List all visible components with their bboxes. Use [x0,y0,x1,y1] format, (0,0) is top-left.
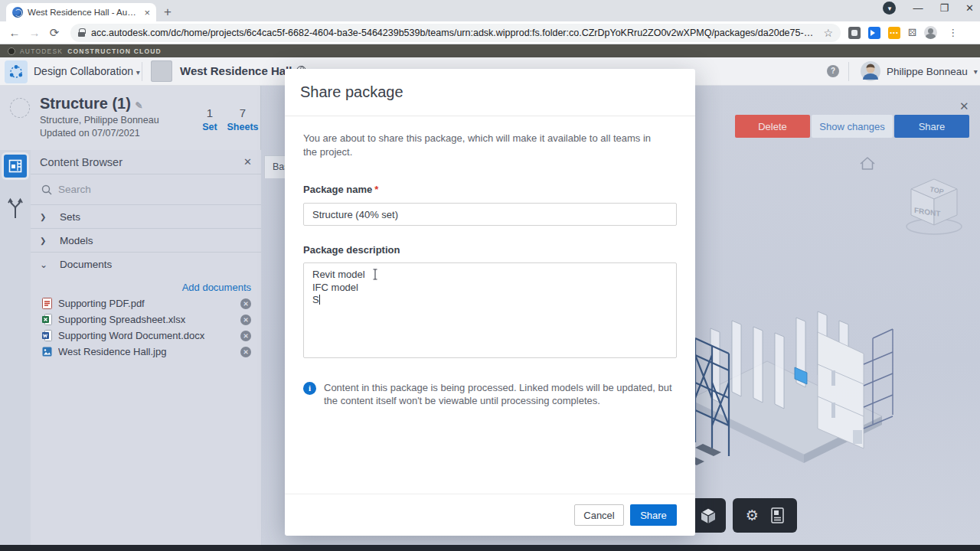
3d-structure-model[interactable] [689,285,913,478]
lock-icon [78,28,85,37]
project-thumbnail [151,60,172,82]
content-browser-tool-icon[interactable] [4,155,27,178]
cube-tool-icon[interactable] [699,507,717,525]
new-tab-button[interactable]: + [164,5,172,20]
forward-button[interactable]: → [24,26,44,39]
autodesk-logo-icon [8,47,15,55]
info-icon: i [303,382,316,395]
user-avatar [861,61,880,81]
user-name: Philippe Bonneau [887,66,968,77]
brand-text-bold: CONSTRUCTION CLOUD [67,47,162,55]
browser-toolbar: ← → ⟳ acc.autodesk.com/dc/home/projects/… [0,21,980,44]
stat-sets[interactable]: 1 Set [198,106,222,132]
browser-tabstrip: West Residence Hall - Autodesk × + ▾ — ❐… [0,0,980,21]
chevron-right-icon: ❯ [40,236,47,245]
extension-icon-2[interactable] [868,27,880,39]
content-browser-panel: Content Browser ✕ Search ❯ Sets ❯ Models… [31,150,261,545]
bottom-strip [0,545,980,551]
sheet-panel-icon[interactable] [771,507,784,523]
document-row[interactable]: Supporting PDF.pdf ✕ [31,295,261,311]
compare-fork-icon[interactable] [8,197,23,222]
team-avatar-placeholder [10,98,30,118]
chevron-down-icon: ⌄ [40,259,47,270]
package-name-input[interactable] [303,203,677,226]
search-input[interactable]: Search [31,174,261,205]
package-description-label: Package description [303,244,677,256]
team-updated: Updated on 07/07/2021 [40,128,140,139]
content-browser-close-icon[interactable]: ✕ [243,156,252,168]
viewport-toolbar-2: ⚙ [733,498,797,533]
xlsx-file-icon [42,314,52,325]
search-icon [41,184,52,195]
extensions-puzzle-icon[interactable]: ⚄ [908,27,916,38]
window-maximize-button[interactable]: ❐ [939,2,949,14]
tool-rail [0,150,31,545]
processing-info: i Content in this package is being proce… [303,382,675,408]
jpg-file-icon [42,346,52,357]
text-caret [319,295,321,305]
address-bar[interactable]: acc.autodesk.com/dc/home/projects/6c4cac… [70,24,841,42]
viewport-toolbar [691,498,726,533]
product-caret-icon: ▾ [136,68,140,77]
processing-info-text: Content in this package is being process… [324,382,675,408]
brand-text: AUTODESK [20,47,63,55]
share-button[interactable]: Share [630,504,677,526]
add-documents-link[interactable]: Add documents [182,282,251,293]
section-sets[interactable]: ❯ Sets [31,205,261,229]
dialog-intro-text: You are about to share this package, whi… [303,132,663,158]
document-row[interactable]: Supporting Spreadsheet.xlsx ✕ [31,311,261,328]
pdf-file-icon [42,298,52,309]
site-favicon [12,7,23,18]
cancel-button[interactable]: Cancel [574,504,624,526]
document-row[interactable]: West Residence Hall.jpg ✕ [31,344,261,360]
window-minimize-button[interactable]: — [913,2,923,14]
document-row[interactable]: Supporting Word Document.docx ✕ [31,328,261,344]
edit-title-icon[interactable]: ✎ [135,100,142,111]
team-title: Structure (1) ✎ [40,95,143,112]
docx-file-icon [42,330,52,341]
bookmark-star-icon[interactable]: ☆ [823,27,833,39]
browser-tab[interactable]: West Residence Hall - Autodesk × [6,3,156,21]
dialog-title: Share package [300,83,403,101]
stat-sheets[interactable]: 7 Sheets [227,106,259,132]
team-panel: Structure (1) ✎ Structure, Philippe Bonn… [0,86,261,545]
window-close-button[interactable]: ✕ [965,2,974,14]
share-package-dialog: Share package You are about to share thi… [285,69,695,536]
remove-document-icon[interactable]: ✕ [240,315,251,325]
delete-button[interactable]: Delete [735,115,810,138]
back-button[interactable]: ← [5,26,24,39]
product-switcher[interactable]: Design Collaboration ▾ [34,65,140,77]
viewcube[interactable]: TOP FRONT [897,174,971,242]
tab-close-icon[interactable]: × [142,7,152,18]
required-asterisk: * [374,184,378,195]
tab-title: West Residence Hall - Autodesk [28,8,138,17]
section-models[interactable]: ❯ Models [31,229,261,253]
browser-menu-icon[interactable]: ⋮ [948,27,958,38]
content-browser-title: Content Browser [40,156,243,168]
share-button-background[interactable]: Share [894,115,969,138]
settings-gear-icon[interactable]: ⚙ [746,507,759,524]
home-view-icon[interactable] [859,156,876,171]
user-caret-icon: ▾ [974,67,978,76]
browser-profile-icon[interactable]: ▾ [883,2,896,15]
design-collaboration-icon[interactable] [5,60,28,83]
show-changes-button[interactable]: Show changes [812,115,893,138]
package-name-label: Package name* [303,184,677,195]
search-placeholder: Search [58,184,91,195]
reload-button[interactable]: ⟳ [44,26,64,40]
viewport-close-icon[interactable]: ✕ [959,99,969,113]
package-description-input[interactable]: Revit model IFC model S [303,262,677,358]
remove-document-icon[interactable]: ✕ [240,331,251,341]
extension-icon-1[interactable] [848,27,861,39]
help-button[interactable]: ? [827,65,839,77]
user-menu[interactable]: Philippe Bonneau ▾ [861,61,978,81]
chevron-right-icon: ❯ [40,213,47,221]
extension-icon-3[interactable]: ••• [888,27,900,39]
browser-avatar-icon[interactable] [924,26,937,39]
brand-bar: AUTODESK CONSTRUCTION CLOUD [0,44,980,57]
url-text: acc.autodesk.com/dc/home/projects/6c4cac… [91,28,817,38]
remove-document-icon[interactable]: ✕ [240,347,251,357]
remove-document-icon[interactable]: ✕ [240,298,251,309]
section-documents[interactable]: ⌄ Documents [31,253,261,276]
team-subtitle: Structure, Philippe Bonneau [40,115,159,126]
